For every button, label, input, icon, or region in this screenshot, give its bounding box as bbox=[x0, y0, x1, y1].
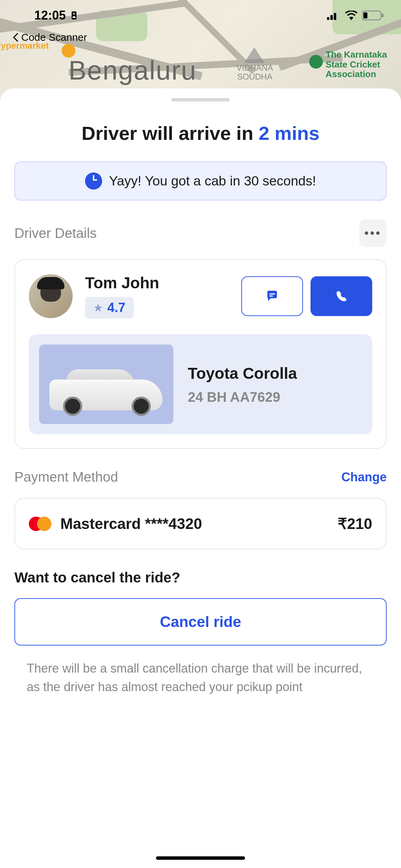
banner-text: Yayy! You got a cab in 30 seconds! bbox=[109, 173, 316, 189]
map-label-landmark: VIDHANASOUDHA bbox=[236, 63, 273, 82]
back-nav[interactable]: Code Scanner bbox=[12, 32, 87, 43]
rating-badge: ★ 4.7 bbox=[85, 297, 134, 318]
payment-section-title: Payment Method bbox=[14, 469, 118, 485]
more-button[interactable]: ••• bbox=[359, 219, 387, 247]
vehicle-block: Toyota Corolla 24 BH AA7629 bbox=[29, 334, 372, 434]
vehicle-image bbox=[39, 345, 173, 424]
change-payment-button[interactable]: Change bbox=[341, 470, 387, 484]
payment-card[interactable]: Mastercard ****4320 ₹210 bbox=[14, 498, 387, 550]
chevron-left-icon bbox=[12, 33, 19, 42]
cancel-ride-button[interactable]: Cancel ride bbox=[14, 598, 387, 646]
cancel-note: There will be a small cancellation charg… bbox=[14, 659, 387, 696]
payment-label: Mastercard ****4320 bbox=[60, 515, 338, 532]
wifi-icon bbox=[345, 11, 358, 20]
svg-rect-10 bbox=[269, 296, 273, 297]
sheet-handle[interactable] bbox=[171, 98, 230, 101]
star-icon: ★ bbox=[93, 301, 103, 314]
driver-section-title: Driver Details bbox=[14, 226, 97, 241]
svg-point-1 bbox=[73, 13, 75, 15]
vehicle-name: Toyota Corolla bbox=[188, 364, 362, 383]
svg-rect-3 bbox=[330, 15, 333, 20]
svg-rect-0 bbox=[72, 11, 76, 19]
mastercard-icon bbox=[29, 517, 51, 531]
cancel-title: Want to cancel the ride? bbox=[14, 569, 387, 586]
payment-amount: ₹210 bbox=[338, 515, 372, 532]
vehicle-plate: 24 BH AA7629 bbox=[188, 389, 362, 405]
portrait-icon bbox=[69, 11, 79, 20]
bottom-sheet: Driver will arrive in 2 mins Yayy! You g… bbox=[0, 88, 401, 868]
svg-rect-7 bbox=[363, 12, 367, 19]
chat-icon bbox=[265, 289, 279, 303]
map-label-landmark: The KarnatakaState CricketAssociation bbox=[326, 50, 387, 79]
svg-rect-8 bbox=[382, 14, 384, 17]
home-indicator[interactable] bbox=[156, 856, 245, 860]
chat-button[interactable] bbox=[241, 276, 303, 316]
svg-rect-5 bbox=[337, 11, 340, 20]
clock-icon bbox=[85, 172, 102, 190]
success-banner: Yayy! You got a cab in 30 seconds! bbox=[14, 161, 387, 201]
phone-icon bbox=[335, 289, 348, 303]
arrival-title: Driver will arrive in 2 mins bbox=[14, 122, 387, 144]
svg-rect-9 bbox=[269, 293, 275, 294]
svg-rect-4 bbox=[334, 13, 336, 20]
driver-avatar[interactable] bbox=[29, 274, 73, 318]
call-button[interactable] bbox=[311, 276, 372, 316]
driver-name: Tom John bbox=[85, 274, 229, 292]
driver-card: Tom John ★ 4.7 bbox=[14, 259, 387, 449]
status-bar: 12:05 bbox=[0, 0, 401, 31]
rating-value: 4.7 bbox=[107, 300, 125, 315]
svg-rect-2 bbox=[327, 17, 329, 20]
battery-icon bbox=[362, 10, 384, 21]
cellular-icon bbox=[327, 11, 341, 20]
status-time: 12:05 bbox=[34, 8, 79, 23]
map-label-city: Bengaluru bbox=[69, 55, 197, 86]
